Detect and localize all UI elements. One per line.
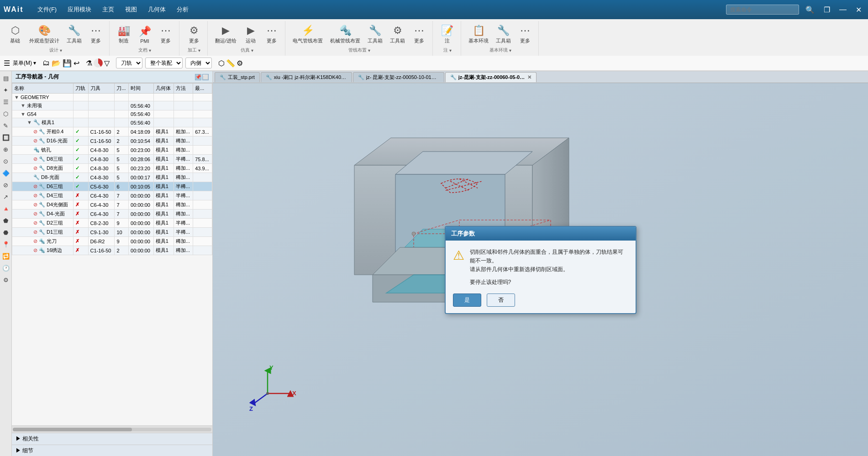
sidebar-icon-11[interactable]: ↗ xyxy=(0,191,11,202)
ribbon-btn-more2[interactable]: ⋯ 更多 xyxy=(156,23,175,46)
dialog-no-button[interactable]: 否 xyxy=(487,294,515,307)
sidebar-icon-15[interactable]: 📍 xyxy=(0,239,11,250)
table-row[interactable]: ⊘ 🔧 D8三组✓C4-8-30500:28:06模具1半稀...75.8... xyxy=(12,155,212,164)
table-row[interactable]: ⊘ 🔩 16绣边✗C1-16-50200:00:00模具1稀加... xyxy=(12,246,212,255)
menu-analysis[interactable]: 分析 xyxy=(172,4,193,16)
sidebar-icon-12[interactable]: 🔺 xyxy=(0,203,11,214)
table-row[interactable]: ⊘ 🔧 D4三组✗C6-4-30700:00:00模具1半稀... xyxy=(12,191,212,200)
ribbon-btn-elec[interactable]: ⚡ 电气管线布置 xyxy=(290,23,326,46)
sidebar-icon-1[interactable]: ▤ xyxy=(0,73,11,84)
mode-dropdown[interactable]: 整个装配 xyxy=(145,58,183,68)
tab-close-3[interactable]: ✕ xyxy=(527,74,531,80)
ribbon-btn-mech[interactable]: 🔩 机械管线布置 xyxy=(327,23,363,46)
ribbon-btn-note[interactable]: 📝 注 xyxy=(438,23,457,46)
ribbon-btn-feed[interactable]: ▶ 翻运/进给 xyxy=(212,23,239,46)
cell-method: 稀加... xyxy=(174,200,193,210)
icon1[interactable]: 🗂 xyxy=(42,59,50,67)
icon2[interactable]: 📂 xyxy=(52,59,61,68)
tool-dropdown[interactable]: 刀轨 xyxy=(116,58,142,68)
ribbon-btn-mfg[interactable]: 🏭 制造 xyxy=(114,23,133,46)
sidebar-icon-18[interactable]: ⚙ xyxy=(0,274,11,285)
cell-last xyxy=(193,219,212,228)
sidebar-icon-2[interactable]: ✦ xyxy=(0,84,11,95)
table-row[interactable]: ▼ GEOMETRY xyxy=(12,94,212,101)
panel-details[interactable]: ▶ 细节 xyxy=(12,445,212,456)
sidebar-icon-13[interactable]: ⬟ xyxy=(0,215,11,226)
sidebar-icon-14[interactable]: ⬣ xyxy=(0,227,11,238)
tab-2[interactable]: 🔧 jz- 昆涮-支架-zz-00050-10-01_stp.prt xyxy=(353,72,444,82)
filter2-icon[interactable]: ▽ xyxy=(104,59,110,68)
sidebar-icon-8[interactable]: ⊙ xyxy=(0,156,11,167)
table-row[interactable]: ⊘ 🔧 D16-光面✓C1-16-50200:10:54模具1稀加... xyxy=(12,136,212,146)
search-input[interactable] xyxy=(726,5,799,15)
hamburger-icon[interactable]: ☰ xyxy=(4,59,10,68)
sidebar-icon-17[interactable]: 🕐 xyxy=(0,262,11,273)
ribbon-btn-basics[interactable]: ⬡ 基础 xyxy=(5,23,25,46)
ribbon-btn-toolbox[interactable]: 🔧 工具箱 xyxy=(64,23,84,46)
cell-name: 🔩 铣孔 xyxy=(12,146,74,155)
ribbon-btn-toolbox3[interactable]: ⚙ 工具箱 xyxy=(387,23,408,46)
menu-geo[interactable]: 几何体 xyxy=(143,4,170,16)
ribbon-btn-more6[interactable]: ⋯ 更多 xyxy=(516,23,535,46)
tab-1[interactable]: 🔧 xiu -涮口 jz-科尔涮-K158DK40.01 阀体_stp.prt xyxy=(261,72,352,82)
sidebar-icon-7[interactable]: ⊕ xyxy=(0,144,11,155)
menu-home[interactable]: 主页 xyxy=(98,4,119,16)
main-layout: ▤ ✦ ☰ ⬡ ✎ 🔲 ⊕ ⊙ 🔷 ⊘ ↗ 🔺 ⬟ ⬣ 📍 🔁 🕐 ⚙ 工序导航… xyxy=(0,71,868,456)
icon4[interactable]: ↩ xyxy=(74,59,79,68)
sidebar-icon-5[interactable]: ✎ xyxy=(0,120,11,131)
settings-icon[interactable]: ⚙ xyxy=(237,59,243,68)
panel-related[interactable]: ▶ 相关性 xyxy=(12,433,212,445)
viewport[interactable]: Y X Z xyxy=(213,83,868,456)
ribbon-btn-motion[interactable]: ▶ 运动 xyxy=(241,23,260,46)
table-row[interactable]: ⊘ 🔧 D2三组✗C8-2-30900:00:00模具1半稀... xyxy=(12,219,212,228)
ribbon-btn-more1[interactable]: ⋯ 更多 xyxy=(86,23,105,46)
search-icon[interactable]: 🔍 xyxy=(803,5,817,15)
table-row[interactable]: ▼ G5405:56:40 xyxy=(12,110,212,118)
part-dropdown[interactable]: 内侧 xyxy=(185,58,212,68)
table-row[interactable]: ⊘ 🔩 光刀✗D6-R2900:00:00模具1稀加... xyxy=(12,237,212,246)
table-row[interactable]: ⊘ 🔧 D4-光面✗C6-4-30700:00:00模具1稀加... xyxy=(12,210,212,219)
menu-view[interactable]: 视图 xyxy=(121,4,142,16)
table-row[interactable]: 🔩 铣孔✓C4-8-30500:23:00模具1稀加... xyxy=(12,146,212,155)
ribbon-btn-more4[interactable]: ⋯ 更多 xyxy=(262,23,281,46)
ribbon-btn-base[interactable]: 📋 基本环境 xyxy=(466,23,491,46)
ribbon-btn-more3[interactable]: ⚙ 更多 xyxy=(184,23,204,46)
icon3[interactable]: 💾 xyxy=(63,59,72,68)
sidebar-icon-6[interactable]: 🔲 xyxy=(0,132,11,143)
table-row[interactable]: ▼ 🔧 模具105:56:40 xyxy=(12,118,212,127)
table-row[interactable]: 🔧 D8-光面✓C4-8-30500:00:17模具1稀加... xyxy=(12,173,212,182)
sidebar-icon-4[interactable]: ⬡ xyxy=(0,108,11,119)
panel-btn-max[interactable]: ⬜ xyxy=(202,74,209,80)
ruler-icon[interactable]: 📏 xyxy=(226,59,235,68)
sidebar-icon-16[interactable]: 🔁 xyxy=(0,251,11,262)
chart-icon[interactable] xyxy=(94,58,103,68)
more4-icon: ⋯ xyxy=(267,25,277,37)
table-row[interactable]: ▼ 未用项05:56:40 xyxy=(12,101,212,110)
filter-icon[interactable]: ⚗ xyxy=(86,59,92,68)
tab-3[interactable]: 🔧 jz-昆涮-支架-zz-00060-05-01_stp.prt ✕ xyxy=(445,72,537,82)
ribbon-btn-toolbox4[interactable]: 🔧 工具箱 xyxy=(493,23,514,46)
table-row[interactable]: ⊘ 🔧 开粗0.4✓C1-16-50204:18:09模具1粗加...67.3.… xyxy=(12,127,212,136)
menu-app[interactable]: 应用模块 xyxy=(63,4,96,16)
dialog-yes-button[interactable]: 是 xyxy=(453,294,481,307)
cell-method: 粗加... xyxy=(174,127,193,136)
table-row[interactable]: ⊘ 🔧 D8光面✓C4-8-30500:23:20模具1稀加...43.9... xyxy=(12,164,212,173)
table-row[interactable]: ⊘ 🔧 D6三组✓C5-6-30600:10:05模具1半稀... xyxy=(12,182,212,191)
restore-btn[interactable]: ❐ xyxy=(821,5,833,15)
ribbon-btn-more5[interactable]: ⋯ 更多 xyxy=(410,23,429,46)
panel-btn-pin[interactable]: 📌 xyxy=(195,74,201,80)
menu-file[interactable]: 文件(F) xyxy=(33,4,62,16)
cube-icon[interactable]: ⬡ xyxy=(218,59,225,68)
close-btn[interactable]: ✕ xyxy=(853,5,864,15)
sidebar-icon-9[interactable]: 🔷 xyxy=(0,168,11,178)
sidebar-icon-10[interactable]: ⊘ xyxy=(0,179,11,190)
cell-tool: ✓ xyxy=(73,182,88,191)
tab-0[interactable]: 🔧 工装_stp.prt xyxy=(215,72,260,82)
minimize-btn[interactable]: — xyxy=(836,5,849,15)
ribbon-btn-toolbox2[interactable]: 🔧 工具箱 xyxy=(365,23,385,46)
sidebar-icon-3[interactable]: ☰ xyxy=(0,96,11,107)
table-row[interactable]: ⊘ 🔧 D4光侧面✗C6-4-30700:00:00模具1稀加... xyxy=(12,200,212,210)
ribbon-btn-pmi[interactable]: 📌 PMI xyxy=(135,24,154,46)
ribbon-btn-appearance[interactable]: 🎨 外观造型设计 xyxy=(26,23,62,46)
table-row[interactable]: ⊘ 🔧 D1三组✗C9-1-301000:00:00模具1半稀... xyxy=(12,228,212,237)
